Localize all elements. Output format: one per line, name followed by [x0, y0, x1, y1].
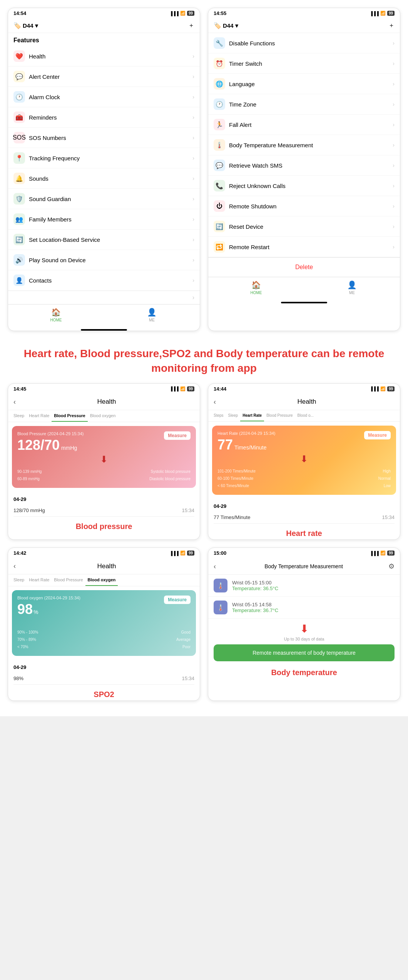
temp-record2: 🌡️ Wrist 05-15 14:58 Temperature: 36.7°C [208, 597, 400, 619]
tab-blood-oxygen[interactable]: Blood oxygen [88, 410, 118, 422]
menu-item-body-temp[interactable]: 🌡️ Body Temperature Measurement › [208, 135, 400, 155]
menu-item-play-sound[interactable]: 🔊 Play Sound on Device › [8, 250, 200, 270]
o2-record-row: 98% 15:34 [13, 672, 194, 685]
menu-item-remote-restart[interactable]: 🔁 Remote Restart › [208, 237, 400, 257]
features-section-title: Features [8, 33, 200, 46]
menu-item-sound-guardian[interactable]: 🛡️ Sound Guardian › [8, 189, 200, 209]
bp-value: 128/70 [17, 438, 60, 453]
menu-item-remote-shutdown[interactable]: ⏻ Remote Shutdown › [208, 196, 400, 216]
menu-item-retrieve-sms[interactable]: 💬 Retrieve Watch SMS › [208, 155, 400, 176]
menu-item-disable[interactable]: 🔧 Disable Functions › [208, 33, 400, 53]
family-chevron: › [192, 216, 194, 222]
menu-item-sos[interactable]: SOS SOS Numbers › [8, 128, 200, 148]
sos-label: SOS Numbers [29, 135, 192, 141]
menu-item-reminders[interactable]: 🧰 Reminders › [8, 107, 200, 128]
bp-card: Blood Pressure (2024-04-29 15:34) 128/70… [12, 426, 196, 488]
dropdown-icon: ▾ [35, 22, 38, 29]
retrieve-sms-label: Retrieve Watch SMS [229, 162, 393, 169]
menu-item-tracking[interactable]: 📍 Tracking Frequency › [8, 148, 200, 168]
bp-unit: mmHg [61, 445, 77, 451]
play-sound-icon: 🔊 [13, 254, 25, 266]
menu-item-sounds[interactable]: 🔔 Sounds › [8, 168, 200, 189]
features-list: ❤️ Health › 💬 Alert Center › 🕐 Alarm Clo… [8, 46, 200, 291]
hp-o2-time: 14:42 [13, 550, 26, 556]
menu-item-health[interactable]: ❤️ Health › [8, 46, 200, 67]
tab-steps[interactable]: Steps [211, 410, 226, 421]
signal-icon3: ▐▐▐ [169, 386, 178, 391]
hp-temp-title: Body Temperature Measurement [219, 563, 388, 569]
hr-section-label: Heart rate [208, 526, 400, 539]
tab-bp3[interactable]: Blood Pressure [52, 574, 85, 586]
menu-item-location[interactable]: 🔄 Set Location-Based Service › [8, 230, 200, 250]
tab-heart-rate2[interactable]: Heart Rate [240, 410, 264, 421]
hp-hr-header: ‹ Health [208, 394, 400, 410]
alert-center-icon: 💬 [13, 71, 25, 82]
menu-item-timezone[interactable]: 🕐 Time Zone › [208, 94, 400, 115]
tab-bo2[interactable]: Blood o... [295, 410, 316, 421]
bp-record-row: 128/70 mmHg 15:34 [13, 504, 194, 517]
location-icon: 🔄 [13, 234, 25, 245]
phone2-settings-list: 🔧 Disable Functions › ⏰ Timer Switch › 🌐… [208, 33, 400, 257]
nav-me[interactable]: 👤 ME [104, 308, 200, 322]
nav2-home[interactable]: 🏠 HOME [208, 280, 304, 295]
health-phone-o2: 14:42 ▐▐▐ 📶 99 ‹ Health Sleep Heart Rate… [8, 547, 200, 701]
alarm-clock-label: Alarm Clock [29, 94, 192, 100]
hr-measure-btn[interactable]: Measure [364, 431, 391, 439]
temp-info2: Wrist 05-15 14:58 Temperature: 36.7°C [232, 602, 278, 613]
nav-home[interactable]: 🏠 HOME [8, 308, 104, 322]
back-arrow-hr[interactable]: ‹ [214, 398, 216, 406]
signal-icon2: ▐▐▐ [370, 11, 378, 16]
home-icon: 🏠 [51, 308, 61, 317]
fall-alert-icon: 🏃 [214, 119, 225, 130]
menu-item-timer[interactable]: ⏰ Timer Switch › [208, 53, 400, 74]
menu-item-alert-center[interactable]: 💬 Alert Center › [8, 67, 200, 87]
tab-sleep3[interactable]: Sleep [11, 574, 27, 586]
menu-item-reject-unknown[interactable]: 📞 Reject Unknown Calls › [208, 176, 400, 196]
o2-value: 98 [17, 602, 33, 617]
plus-icon[interactable]: ＋ [188, 22, 194, 30]
tab-heart-rate3[interactable]: Heart Rate [27, 574, 52, 586]
menu-item-fall-alert[interactable]: 🏃 Fall Alert › [208, 115, 400, 135]
hr-unit: Times/Minute [234, 444, 267, 451]
hp-bp-battery: 99 [187, 386, 194, 391]
menu-item-alarm-clock[interactable]: 🕐 Alarm Clock › [8, 87, 200, 107]
tab-sleep[interactable]: Sleep [11, 410, 27, 422]
bp-measure-btn[interactable]: Measure [164, 431, 191, 440]
gear-icon[interactable]: ⚙ [388, 562, 395, 571]
menu-item-family[interactable]: 👥 Family Members › [8, 209, 200, 230]
temp-info1: Wrist 05-15 15:00 Temperature: 36.5°C [232, 580, 278, 591]
hp-bp-time: 14:45 [13, 386, 26, 392]
tab-blood-pressure[interactable]: Blood Pressure [52, 410, 87, 422]
body-temp-label: Body Temperature Measurement [229, 142, 393, 148]
tab-heart-rate[interactable]: Heart Rate [27, 410, 52, 422]
wifi-icon2: 📶 [380, 11, 386, 16]
plus2-icon[interactable]: ＋ [388, 22, 395, 30]
back-arrow-temp[interactable]: ‹ [214, 562, 216, 571]
sos-chevron: › [192, 135, 194, 141]
menu-item-reset[interactable]: 🔄 Reset Device › [208, 216, 400, 237]
tracking-chevron: › [192, 155, 194, 161]
sound-guardian-icon: 🛡️ [13, 193, 25, 205]
bp-section-label: Blood pressure [8, 519, 200, 532]
tab-sleep2[interactable]: Sleep [226, 410, 241, 421]
remote-measure-button[interactable]: Remote measurement of body temperature [214, 644, 395, 661]
temp-icon2: 🌡️ [214, 601, 227, 614]
menu-item-contacts[interactable]: 👤 Contacts › [8, 270, 200, 291]
menu-item-language[interactable]: 🌐 Language › [208, 74, 400, 94]
back-arrow-bp[interactable]: ‹ [13, 398, 16, 406]
ps-chevron: › [192, 257, 194, 263]
o2-measure-btn[interactable]: Measure [164, 596, 191, 604]
sound-guardian-label: Sound Guardian [29, 196, 192, 202]
hp-hr-battery: 99 [387, 386, 395, 391]
delete-button[interactable]: Delete [208, 257, 400, 277]
more-chevron: › [192, 294, 194, 301]
back-arrow-o2[interactable]: ‹ [13, 562, 16, 570]
tab-bp2[interactable]: Blood Pressure [264, 410, 295, 421]
alarm-chevron: › [192, 94, 194, 100]
hr-range3: < 60 Times/Minute Low [217, 482, 391, 489]
nav2-me[interactable]: 👤 ME [304, 280, 400, 295]
reset-label: Reset Device [229, 223, 393, 230]
banner-text: Heart rate, Blood pressure,SPO2 and Body… [8, 346, 400, 376]
remote-shutdown-label: Remote Shutdown [229, 203, 393, 210]
tab-blood-oxygen3[interactable]: Blood oxygen [85, 574, 118, 586]
